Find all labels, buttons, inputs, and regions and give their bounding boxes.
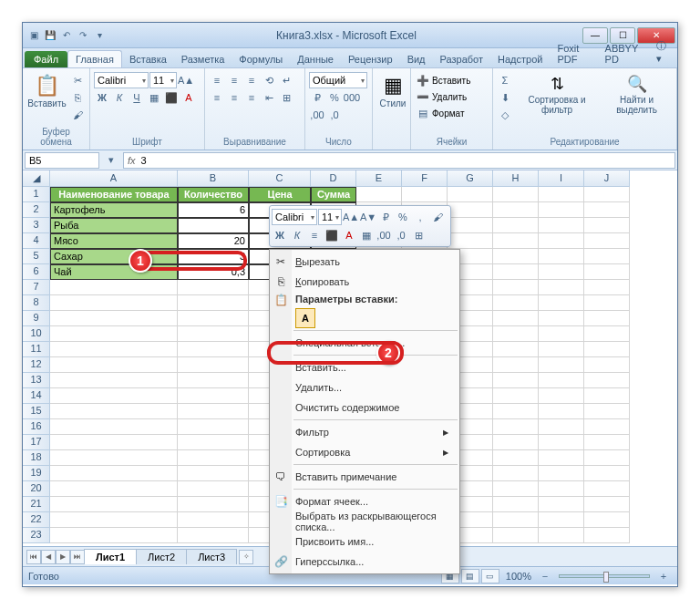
tab-view[interactable]: Вид	[400, 51, 433, 67]
tab-formulas[interactable]: Формулы	[232, 51, 290, 67]
ctx-sort[interactable]: Сортировка▶	[270, 442, 459, 462]
table-cell[interactable]: Сахар	[50, 249, 178, 264]
mini-decinc-icon[interactable]: ,00	[376, 227, 392, 243]
table-header[interactable]: Сумма	[311, 187, 356, 202]
align-top-icon[interactable]: ≡	[209, 72, 225, 88]
zoom-slider[interactable]	[559, 574, 650, 578]
ctx-delete[interactable]: Удалить...	[270, 377, 459, 397]
zoom-in-icon[interactable]: +	[655, 568, 672, 584]
help-icon[interactable]: ⓘ ▾	[649, 36, 677, 67]
table-cell[interactable]: Мясо	[50, 233, 178, 249]
row-header[interactable]: 1	[23, 187, 50, 202]
col-header[interactable]: G	[448, 170, 493, 187]
row-header[interactable]: 19	[23, 466, 50, 481]
sheet-nav-first-icon[interactable]: ⏮	[26, 550, 41, 564]
mini-brush-icon[interactable]: 🖌	[429, 209, 446, 225]
col-header[interactable]: F	[402, 170, 448, 187]
align-middle-icon[interactable]: ≡	[226, 72, 242, 88]
row-header[interactable]: 9	[23, 311, 50, 326]
row-header[interactable]: 23	[23, 528, 50, 543]
col-header[interactable]: A	[50, 170, 178, 187]
grow-font-icon[interactable]: A▲	[178, 72, 194, 88]
tab-insert[interactable]: Вставка	[122, 51, 174, 67]
row-header[interactable]: 2	[23, 202, 50, 218]
select-all-corner[interactable]: ◢	[23, 170, 50, 187]
ctx-hyperlink[interactable]: 🔗Гиперссылка...	[270, 552, 459, 572]
col-header[interactable]: J	[584, 170, 630, 187]
row-header[interactable]: 7	[23, 280, 50, 295]
row-header[interactable]: 10	[23, 326, 50, 342]
formula-bar[interactable]: fx3	[123, 152, 675, 169]
ctx-insert[interactable]: Вставить...	[270, 357, 459, 377]
table-cell[interactable]: Чай	[50, 264, 178, 280]
table-cell[interactable]: 6	[178, 202, 249, 218]
cells-delete-button[interactable]: ➖Удалить	[415, 88, 467, 105]
table-cell[interactable]: 0,3	[178, 264, 249, 280]
currency-icon[interactable]: ₽	[309, 89, 325, 106]
mini-bold-icon[interactable]: Ж	[272, 227, 288, 243]
row-header[interactable]: 18	[23, 450, 50, 466]
ctx-format-cells[interactable]: 📑Формат ячеек...	[270, 491, 459, 511]
autosum-icon[interactable]: Σ	[497, 72, 513, 88]
table-cell[interactable]	[178, 218, 249, 233]
row-header[interactable]: 3	[23, 218, 50, 233]
mini-shrink-icon[interactable]: A▼	[360, 209, 376, 225]
sheet-tab[interactable]: Лист3	[186, 549, 237, 564]
sheet-nav-prev-icon[interactable]: ◀	[41, 550, 56, 564]
format-painter-icon[interactable]: 🖌	[69, 107, 86, 123]
ctx-insert-comment[interactable]: 🗨Вставить примечание	[270, 467, 459, 487]
redo-icon[interactable]: ↷	[76, 28, 90, 43]
cut-icon[interactable]: ✂	[69, 72, 86, 88]
cells-insert-button[interactable]: ➕Вставить	[415, 72, 470, 88]
col-header[interactable]: I	[539, 170, 584, 187]
row-header[interactable]: 11	[23, 342, 50, 357]
table-header[interactable]: Наименование товара	[50, 187, 178, 202]
table-cell[interactable]: Рыба	[50, 218, 178, 233]
mini-align-icon[interactable]: ≡	[306, 227, 323, 243]
merge-icon[interactable]: ⊞	[278, 89, 294, 106]
table-header[interactable]: Цена	[249, 187, 311, 202]
col-header[interactable]: B	[178, 170, 249, 187]
ctx-paste-special[interactable]: Специальная вставка...	[270, 333, 459, 353]
new-sheet-icon[interactable]: ✧	[239, 550, 253, 564]
table-cell[interactable]: 3	[178, 249, 249, 264]
indent-dec-icon[interactable]: ⇤	[261, 89, 277, 106]
undo-icon[interactable]: ↶	[59, 28, 74, 43]
col-header[interactable]: C	[249, 170, 311, 187]
styles-button[interactable]: ▦Стили	[376, 72, 409, 110]
tab-foxit[interactable]: Foxit PDF	[550, 40, 597, 67]
row-header[interactable]: 8	[23, 295, 50, 311]
name-box[interactable]: B5	[25, 152, 99, 169]
tab-addins[interactable]: Надстрой	[490, 51, 550, 67]
ctx-define-name[interactable]: Присвоить имя...	[270, 532, 459, 552]
number-format-combo[interactable]: Общий	[309, 72, 367, 88]
col-header[interactable]: D	[311, 170, 356, 187]
font-size-combo[interactable]: 11	[149, 72, 177, 88]
qat-dropdown-icon[interactable]: ▾	[92, 28, 107, 43]
row-header[interactable]: 12	[23, 357, 50, 373]
sheet-nav-last-icon[interactable]: ⏭	[70, 550, 85, 564]
cells-format-button[interactable]: ▤Формат	[415, 105, 465, 121]
font-color-icon[interactable]: A	[180, 89, 197, 106]
percent-icon[interactable]: %	[326, 89, 343, 106]
find-select-button[interactable]: 🔍Найти и выделить	[601, 72, 673, 117]
orientation-icon[interactable]: ⟲	[261, 72, 277, 88]
row-header[interactable]: 22	[23, 512, 50, 528]
ctx-filter[interactable]: Фильтр▶	[270, 422, 459, 442]
view-pagebreak-icon[interactable]: ▭	[481, 569, 499, 583]
mini-font-combo[interactable]: Calibri	[272, 209, 317, 225]
table-cell[interactable]: Картофель	[50, 202, 178, 218]
col-header[interactable]: E	[356, 170, 402, 187]
mini-grow-icon[interactable]: A▲	[343, 209, 359, 225]
border-icon[interactable]: ▦	[146, 89, 162, 106]
tab-data[interactable]: Данные	[290, 51, 341, 67]
tab-review[interactable]: Рецензир	[341, 51, 400, 67]
clear-icon[interactable]: ◇	[497, 107, 513, 123]
italic-icon[interactable]: К	[111, 89, 128, 106]
table-header[interactable]: Количество	[178, 187, 249, 202]
align-bottom-icon[interactable]: ≡	[243, 72, 260, 88]
col-header[interactable]: H	[493, 170, 539, 187]
sheet-tab[interactable]: Лист2	[136, 549, 187, 564]
mini-currency-icon[interactable]: ₽	[377, 209, 394, 225]
tab-file[interactable]: Файл	[25, 51, 67, 67]
